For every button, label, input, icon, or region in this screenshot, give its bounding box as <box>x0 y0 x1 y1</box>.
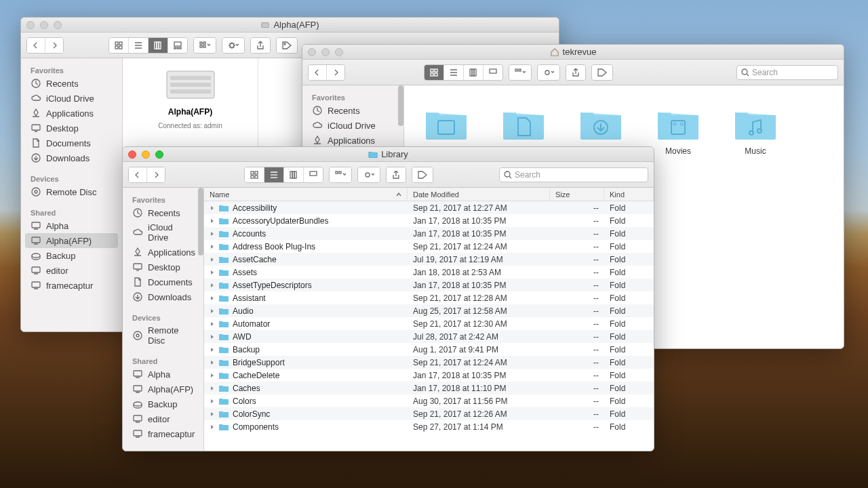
sidebar-item-applications[interactable]: Applications <box>21 106 122 121</box>
disclosure-triangle-icon[interactable] <box>210 218 215 224</box>
table-row[interactable]: Assets Jan 18, 2018 at 2:53 AM -- Fold <box>204 266 654 279</box>
disclosure-triangle-icon[interactable] <box>210 296 215 301</box>
disclosure-triangle-icon[interactable] <box>210 321 215 327</box>
share-button[interactable] <box>251 38 270 53</box>
gallery-view-button[interactable] <box>484 65 502 80</box>
table-row[interactable]: Backup Aug 1, 2017 at 9:41 PM -- Fold <box>204 343 654 356</box>
disclosure-triangle-icon[interactable] <box>210 231 215 237</box>
disclosure-triangle-icon[interactable] <box>210 257 215 262</box>
folder-music[interactable]: Music <box>734 106 777 156</box>
arrange-button[interactable] <box>194 38 216 53</box>
sidebar-item-recents[interactable]: Recents <box>21 76 122 91</box>
column-view-button[interactable] <box>149 38 168 53</box>
disclosure-triangle-icon[interactable] <box>210 360 215 365</box>
size-column-header[interactable]: Size <box>550 188 604 201</box>
back-button[interactable] <box>309 65 327 80</box>
table-row[interactable]: Accessibility Sep 21, 2017 at 12:27 AM -… <box>204 201 654 214</box>
icon-view-button[interactable] <box>245 167 264 182</box>
sidebar-item-icloud-drive[interactable]: iCloud Drive <box>123 220 203 245</box>
sidebar-item-desktop[interactable]: Desktop <box>123 260 203 274</box>
table-row[interactable]: BridgeSupport Sep 21, 2017 at 12:24 AM -… <box>204 356 654 369</box>
arrange-button[interactable] <box>330 167 351 182</box>
tags-button[interactable] <box>412 167 433 182</box>
icon-view-button[interactable] <box>425 65 444 80</box>
sidebar-item-applications[interactable]: Applications <box>123 245 203 260</box>
sidebar-item-alpha-afp-[interactable]: Alpha(AFP) <box>25 233 118 248</box>
sidebar-item-downloads[interactable]: Downloads <box>123 289 203 304</box>
sidebar-item-applications[interactable]: Applications <box>302 133 403 148</box>
disclosure-triangle-icon[interactable] <box>210 411 215 417</box>
list-view-button[interactable] <box>264 167 284 182</box>
sidebar-item-framecaptur[interactable]: framecaptur <box>21 278 122 293</box>
sidebar-item-icloud-drive[interactable]: iCloud Drive <box>21 91 122 106</box>
arrange-button[interactable] <box>509 65 531 80</box>
forward-button[interactable] <box>147 167 165 182</box>
table-row[interactable]: Colors Aug 30, 2017 at 11:56 PM -- Fold <box>204 394 654 407</box>
table-row[interactable]: AWD Jul 28, 2017 at 2:42 AM -- Fold <box>204 330 654 343</box>
disclosure-triangle-icon[interactable] <box>210 308 215 314</box>
sidebar-item-icloud-drive[interactable]: iCloud Drive <box>302 118 403 133</box>
name-column-header[interactable]: Name <box>204 188 408 201</box>
table-row[interactable]: Automator Sep 21, 2017 at 12:30 AM -- Fo… <box>204 317 654 330</box>
disclosure-triangle-icon[interactable] <box>210 386 215 391</box>
date-column-header[interactable]: Date Modified <box>408 188 550 201</box>
table-row[interactable]: Address Book Plug-Ins Sep 21, 2017 at 12… <box>204 240 654 253</box>
disclosure-triangle-icon[interactable] <box>210 347 215 352</box>
sidebar-item-documents[interactable]: Documents <box>123 274 203 289</box>
table-row[interactable]: Audio Aug 25, 2017 at 12:58 AM -- Fold <box>204 304 654 317</box>
sidebar-item-framecaptur[interactable]: framecaptur <box>123 426 203 441</box>
table-row[interactable]: Assistant Sep 21, 2017 at 12:28 AM -- Fo… <box>204 291 654 304</box>
icon-view-button[interactable] <box>109 38 129 53</box>
action-button[interactable] <box>538 65 559 80</box>
table-row[interactable]: Accounts Jan 17, 2018 at 10:35 PM -- Fol… <box>204 227 654 240</box>
table-row[interactable]: Caches Jan 17, 2018 at 11:10 PM -- Fold <box>204 382 654 394</box>
sidebar-item-desktop[interactable]: Desktop <box>21 121 122 136</box>
disclosure-triangle-icon[interactable] <box>210 270 215 275</box>
table-row[interactable]: AccessoryUpdaterBundles Jan 17, 2018 at … <box>204 214 654 227</box>
titlebar[interactable]: Library <box>123 147 654 162</box>
sidebar-item-editor[interactable]: editor <box>21 263 122 278</box>
sidebar-item-alpha[interactable]: Alpha <box>21 218 122 233</box>
scrollbar[interactable] <box>398 85 403 126</box>
table-row[interactable]: AssetTypeDescriptors Jan 17, 2018 at 10:… <box>204 279 654 291</box>
disclosure-triangle-icon[interactable] <box>210 283 215 288</box>
sidebar-item-remote-disc[interactable]: Remote Disc <box>21 184 122 199</box>
sidebar-item-recents[interactable]: Recents <box>302 103 403 118</box>
action-button[interactable] <box>358 167 380 182</box>
gallery-view-button[interactable] <box>304 167 323 182</box>
sidebar-item-documents[interactable]: Documents <box>21 136 122 150</box>
forward-button[interactable] <box>327 65 344 80</box>
disclosure-triangle-icon[interactable] <box>210 334 215 340</box>
column-view-button[interactable] <box>464 65 484 80</box>
search-field[interactable]: Search <box>499 167 648 182</box>
share-button[interactable] <box>387 167 406 182</box>
disclosure-triangle-icon[interactable] <box>210 205 215 211</box>
disclosure-triangle-icon[interactable] <box>210 424 215 430</box>
sidebar-item-recents[interactable]: Recents <box>123 205 203 220</box>
share-button[interactable] <box>566 65 585 80</box>
sidebar-item-remote-disc[interactable]: Remote Disc <box>123 323 203 348</box>
back-button[interactable] <box>129 167 147 182</box>
list-view-button[interactable] <box>129 38 149 53</box>
titlebar[interactable]: tekrevue <box>302 45 844 60</box>
sidebar-item-editor[interactable]: editor <box>123 411 203 426</box>
sidebar-item-downloads[interactable]: Downloads <box>21 150 122 165</box>
sidebar-item-backup[interactable]: Backup <box>123 396 203 411</box>
forward-button[interactable] <box>45 38 63 53</box>
list-view-button[interactable] <box>444 65 464 80</box>
disclosure-triangle-icon[interactable] <box>210 399 215 404</box>
action-button[interactable] <box>222 38 244 53</box>
table-row[interactable]: AssetCache Jul 19, 2017 at 12:19 AM -- F… <box>204 253 654 266</box>
column-view-button[interactable] <box>284 167 304 182</box>
scrollbar[interactable] <box>198 188 203 256</box>
back-button[interactable] <box>27 38 45 53</box>
sidebar-item-alpha[interactable]: Alpha <box>123 367 203 382</box>
kind-column-header[interactable]: Kind <box>604 188 654 201</box>
table-row[interactable]: CacheDelete Jan 17, 2018 at 10:35 PM -- … <box>204 369 654 382</box>
tags-button[interactable] <box>592 65 612 80</box>
sidebar-item-backup[interactable]: Backup <box>21 248 122 263</box>
search-field[interactable]: Search <box>736 65 838 80</box>
disclosure-triangle-icon[interactable] <box>210 373 215 378</box>
table-row[interactable]: ColorSync Sep 21, 2017 at 12:26 AM -- Fo… <box>204 407 654 420</box>
sidebar-item-alpha-afp-[interactable]: Alpha(AFP) <box>123 382 203 396</box>
